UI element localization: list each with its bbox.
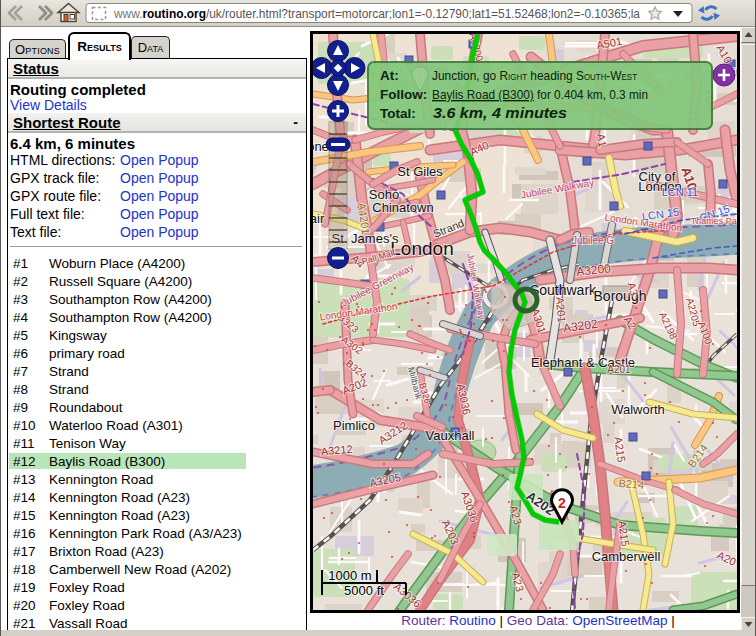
svg-text:3.6 km, 4 minutes: 3.6 km, 4 minutes: [433, 105, 567, 121]
svg-text:air: air: [313, 211, 325, 226]
svg-text:2: 2: [558, 495, 566, 511]
svg-text:London: London: [390, 238, 453, 259]
svg-text:At:: At:: [380, 68, 399, 83]
svg-text:Jubilee G: Jubilee G: [572, 235, 614, 246]
svg-text:Walworth: Walworth: [611, 402, 665, 417]
svg-text:A201: A201: [607, 364, 631, 375]
svg-text:1000 m: 1000 m: [328, 568, 371, 583]
svg-text:Total:: Total:: [380, 106, 416, 121]
svg-text:A1: A1: [595, 133, 609, 148]
svg-text:Pimlico: Pimlico: [333, 418, 375, 433]
svg-text:B214: B214: [618, 477, 645, 491]
svg-text:Camberwell: Camberwell: [592, 549, 661, 564]
svg-text:St Giles: St Giles: [397, 164, 443, 179]
svg-text:A201: A201: [554, 296, 568, 323]
svg-text:Follow:: Follow:: [380, 87, 427, 102]
svg-text:Baylis Road (B300) for 0.404 k: Baylis Road (B300) for 0.404 km, 0.3 min: [432, 87, 648, 102]
svg-text:Thames Pat: Thames Pat: [691, 216, 737, 226]
svg-text:LCN 11: LCN 11: [662, 186, 698, 198]
svg-text:Junction, go Right heading Sou: Junction, go Right heading South-West: [432, 68, 637, 83]
svg-text:www.routino.org/uk/router.html: www.routino.org/uk/router.html?transport…: [113, 6, 641, 21]
svg-text:Vauxhall: Vauxhall: [426, 428, 475, 443]
svg-text:5000 ft: 5000 ft: [344, 583, 384, 598]
svg-text:Chinatown: Chinatown: [372, 200, 433, 215]
